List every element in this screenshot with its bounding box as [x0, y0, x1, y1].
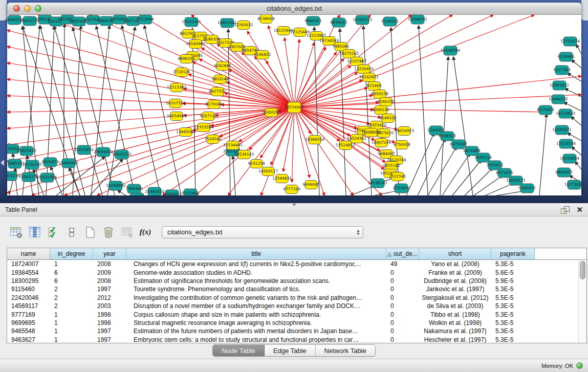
close-panel-icon[interactable]: ✕: [576, 206, 583, 213]
network-canvas[interactable]: 2364051624055714206914069561204181245301…: [7, 15, 581, 195]
graph-node-label: 18534143: [234, 152, 254, 157]
column-header-name[interactable]: name: [7, 248, 50, 259]
graph-node-label: 20531394: [37, 175, 57, 180]
graph-node-label: 8170044: [205, 102, 223, 106]
graph-node-label: 8471676: [496, 170, 513, 175]
table-row[interactable]: 977716911998 Corpus callosum shape and s…: [7, 310, 586, 318]
table-scrollbar[interactable]: [578, 260, 586, 343]
table-tabs: Node TableEdge TableNetwork Table: [0, 344, 588, 357]
graph-node-label: 9245012: [518, 186, 536, 190]
graph-node-label: 6479197: [450, 142, 467, 146]
graph-node-label: 15751074: [560, 39, 580, 43]
memory-status-icon: [576, 362, 583, 369]
graph-node-label: 8427552: [209, 89, 226, 94]
graph-node-label: 9699695: [302, 182, 320, 187]
graph-node-label: 15692971: [552, 127, 572, 132]
node-table: namein_degreeyeartitle△out_de...shortpag…: [7, 248, 587, 343]
tab-edge-table[interactable]: Edge Table: [265, 345, 316, 356]
column-header-pagerank[interactable]: pagerank: [491, 248, 535, 259]
table-row[interactable]: 1830029562008 Estimation of significance…: [7, 277, 586, 285]
graph-node-label: 9940321: [304, 18, 322, 23]
app-window-corner-left: [0, 0, 7, 20]
delete-column-button[interactable]: [101, 225, 116, 239]
column-header-title[interactable]: title: [126, 248, 386, 259]
float-panel-icon[interactable]: [561, 206, 569, 213]
function-builder-button[interactable]: f(x): [138, 225, 153, 239]
table-row[interactable]: 946554611997 Estimation of the future nu…: [7, 327, 586, 335]
row-height-button[interactable]: [64, 225, 79, 239]
panel-divider-arrow-icon[interactable]: [1, 160, 4, 166]
graph-node-label: 9146821: [254, 52, 271, 57]
tab-network-table[interactable]: Network Table: [316, 345, 375, 356]
table-select-dropdown[interactable]: citations_edges.txt: [162, 226, 363, 238]
show-column-button[interactable]: [28, 225, 42, 239]
table-row[interactable]: 1938455462009 Genome-wide association st…: [7, 268, 586, 276]
graph-node-label: 19384554: [305, 137, 324, 142]
graph-node-label: 9245033: [128, 195, 146, 195]
table-row[interactable]: 969969511998 Structural magnetic resonan…: [7, 319, 586, 327]
graph-node-label: 13445062: [176, 129, 195, 134]
table-row[interactable]: 911546021997 Tourette syndrome. Phenomen…: [7, 285, 586, 293]
graph-node-label: 17016534: [556, 141, 576, 146]
graph-node-label: 10688609: [361, 130, 381, 135]
graph-node-label: 8938923: [439, 134, 456, 138]
table-panel-titlebar: Table Panel ✕: [0, 203, 588, 216]
graph-node-label: 12213382: [167, 85, 186, 90]
table-body: 1872400712008 Changes of HCN gene expres…: [7, 260, 586, 343]
graph-node-label: 16107487: [347, 59, 366, 63]
graph-node-label: 7485081: [332, 44, 350, 49]
select-rows-button[interactable]: [46, 225, 60, 239]
graph-node-label: 9474444: [463, 148, 481, 153]
graph-node-label: 1733426: [393, 186, 410, 190]
graph-node-label: 10107554: [166, 101, 185, 105]
column-header-short[interactable]: short: [419, 248, 491, 259]
table-mode-button[interactable]: [9, 225, 24, 239]
graph-node-label: 10654945: [167, 114, 186, 118]
graph-node-label: 14136141: [368, 181, 387, 185]
fx-icon: f(x): [140, 228, 151, 236]
graph-node-label: 18300295: [262, 110, 281, 115]
graph-node-label: 10654121: [506, 178, 526, 183]
table-row[interactable]: 1872400712008 Changes of HCN gene expres…: [7, 260, 586, 268]
citation-network-graph[interactable]: 2364051624055714206914069561204181245301…: [7, 15, 581, 195]
close-window-icon[interactable]: [13, 5, 20, 12]
graph-node-label: 10310654: [560, 156, 579, 161]
delete-table-button[interactable]: [120, 225, 134, 239]
table-scrollbar-thumb[interactable]: [580, 261, 585, 279]
graph-node-label: 12213987: [307, 33, 326, 38]
graph-node-label: 16210643: [556, 111, 575, 116]
zoom-window-icon[interactable]: [35, 5, 41, 12]
graph-node-label: 19510321: [182, 19, 201, 24]
table-row[interactable]: 946362711997 Embryonic stem cells: a mod…: [7, 336, 586, 343]
column-header-in-degree[interactable]: in_degree: [50, 248, 93, 259]
new-column-button[interactable]: [83, 225, 97, 239]
graph-node-label: 16094201: [408, 17, 427, 21]
network-window-titlebar[interactable]: citations_edges.txt: [7, 3, 581, 15]
table-row[interactable]: 1456911722003 Disruption of a novel memb…: [7, 302, 586, 310]
table-row[interactable]: 2242004622012 Investigating the contribu…: [7, 294, 586, 302]
tab-node-table[interactable]: Node Table: [213, 345, 265, 356]
graph-node-label: 9896015: [178, 56, 195, 61]
window-controls: [13, 5, 41, 12]
minimize-window-icon[interactable]: [24, 5, 31, 12]
graph-node-label: 16162871: [359, 75, 379, 79]
graph-node-label: 10648784: [441, 48, 460, 53]
graph-node-label: 10605332: [112, 152, 132, 157]
graph-node-label: 9267110: [200, 114, 217, 118]
column-header-year[interactable]: year: [93, 248, 126, 259]
graph-node-label: 9505873: [41, 160, 59, 164]
graph-node-label: 9129966: [557, 54, 575, 59]
graph-node-label: 23606420: [94, 149, 113, 154]
panel-resize-handle-icon[interactable]: [292, 204, 296, 206]
graph-node-label: 16055210: [7, 173, 20, 178]
graph-node-label: 8215933: [537, 107, 554, 112]
column-header-out-de-[interactable]: △out_de...: [386, 248, 419, 259]
graph-node-label: 7632621: [486, 163, 504, 167]
graph-node-label: 9115460: [182, 191, 199, 195]
graph-node-label: 9242845: [214, 63, 231, 68]
graph-node-label: 9450412: [555, 170, 573, 174]
graph-node-label: 9756928: [393, 142, 410, 147]
graph-node-label: 19654923: [395, 128, 414, 133]
table-select-value: citations_edges.txt: [162, 228, 354, 236]
delete-table-icon: [120, 226, 134, 239]
